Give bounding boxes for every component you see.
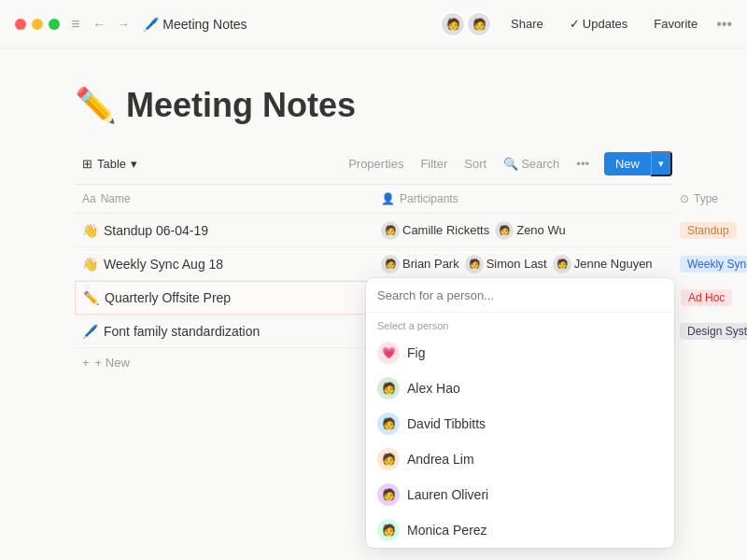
name-cell: 👋 Standup 06-04-19	[75, 214, 374, 246]
avatar: 🧑	[466, 11, 492, 37]
participant-avatar: 🧑	[381, 221, 400, 240]
avatar: 🧑	[440, 11, 466, 37]
plus-icon: +	[82, 356, 90, 370]
participant: 🧑 Camille Ricketts	[381, 221, 489, 240]
person-avatar: 🧑	[377, 413, 400, 435]
forward-button[interactable]: →	[113, 15, 134, 34]
row-icon: 🖊️	[82, 324, 98, 339]
new-button-group: New ▾	[604, 151, 672, 176]
person-option[interactable]: 🧑 Andrea Lim	[366, 441, 674, 477]
close-button[interactable]	[15, 19, 26, 30]
name-cell: 🖊️ Font family standardization	[75, 315, 374, 347]
share-button[interactable]: Share	[503, 13, 551, 35]
type-cell: Weekly Sync	[672, 247, 747, 280]
participants-cell: 🧑 Camille Ricketts 🧑 Zeno Wu	[374, 214, 672, 246]
avatar-group: 🧑 🧑	[440, 11, 492, 37]
main-content: ✏️ Meeting Notes ⊞ Table ▾ Properties Fi…	[0, 49, 747, 396]
chevron-down-icon: ▾	[131, 157, 137, 171]
sidebar-toggle-icon[interactable]: ≡	[71, 16, 79, 33]
type-cell: Standup	[672, 214, 747, 246]
person-avatar: 🧑	[377, 519, 400, 541]
table-row[interactable]: 👋 Weekly Sync Aug 18 🧑 Brian Park 🧑 Simo…	[75, 247, 672, 281]
participant-avatar: 🧑	[553, 255, 571, 273]
person-option[interactable]: 💗 Fig	[366, 335, 674, 371]
type-cell: Ad Hoc	[673, 282, 747, 314]
person-icon: 👤	[381, 192, 395, 205]
toolbar-actions: Properties Filter Sort 🔍 Search •••	[341, 153, 597, 175]
participant-avatar: 🧑	[495, 221, 514, 240]
col-header-name: Aa Name	[75, 189, 374, 209]
text-icon: Aa	[82, 192, 96, 205]
col-header-type: ⊙ Type	[672, 189, 747, 209]
search-button[interactable]: 🔍 Search	[496, 153, 567, 175]
person-picker-section-label: Select a person	[366, 313, 674, 335]
participant: 🧑 Brian Park	[381, 255, 459, 273]
page-title: Meeting Notes	[126, 86, 356, 125]
minimize-button[interactable]	[32, 19, 43, 30]
table-header: Aa Name 👤 Participants ⊙ Type	[75, 185, 672, 214]
page-heading: ✏️ Meeting Notes	[75, 86, 672, 125]
participant: 🧑 Jenne Nguyen	[553, 255, 653, 273]
more-toolbar-button[interactable]: •••	[569, 153, 597, 175]
type-badge: Standup	[680, 222, 737, 239]
col-header-participants: 👤 Participants	[374, 189, 672, 209]
sort-button[interactable]: Sort	[457, 153, 494, 175]
titlebar: ≡ ← → 🖊️ Meeting Notes 🧑 🧑 Share ✓ Updat…	[0, 0, 747, 49]
type-badge: Weekly Sync	[680, 256, 747, 273]
filter-button[interactable]: Filter	[413, 153, 455, 175]
person-option[interactable]: 🧑 Alex Hao	[366, 371, 674, 406]
page-icon: 🖊️	[143, 17, 159, 32]
participant-avatar: 🧑	[381, 255, 400, 273]
person-option[interactable]: 🧑 David Tibbitts	[366, 406, 674, 441]
table-icon: ⊞	[82, 157, 92, 171]
participant: 🧑 Zeno Wu	[495, 221, 566, 240]
type-icon: ⊙	[680, 192, 689, 205]
participant-avatar: 🧑	[465, 255, 484, 273]
row-icon: 👋	[82, 257, 98, 272]
search-icon: 🔍	[503, 157, 518, 171]
heading-icon: ✏️	[75, 86, 117, 125]
person-avatar: 🧑	[377, 448, 400, 470]
row-icon: ✏️	[83, 290, 99, 305]
new-button[interactable]: New	[604, 152, 651, 175]
participant: 🧑 Simon Last	[465, 255, 547, 273]
more-options-button[interactable]: •••	[716, 16, 732, 33]
properties-button[interactable]: Properties	[341, 153, 411, 175]
row-icon: 👋	[82, 223, 98, 238]
table-row[interactable]: 👋 Standup 06-04-19 🧑 Camille Ricketts 🧑 …	[75, 214, 672, 247]
participants-cell: 🧑 Brian Park 🧑 Simon Last 🧑 Jenne Nguyen	[374, 247, 672, 280]
person-avatar: 🧑	[377, 377, 400, 399]
person-search-input[interactable]	[377, 288, 663, 302]
name-cell: 👋 Weekly Sync Aug 18	[75, 247, 374, 280]
type-badge: Design Systems	[680, 323, 747, 340]
table-container: Aa Name 👤 Participants ⊙ Type 👋 Standup …	[75, 185, 672, 377]
nav-arrows: ← →	[89, 15, 134, 34]
type-badge: Ad Hoc	[681, 289, 732, 306]
view-toolbar: ⊞ Table ▾ Properties Filter Sort 🔍 Searc…	[75, 151, 672, 185]
traffic-lights	[15, 19, 60, 30]
favorite-button[interactable]: Favorite	[646, 13, 705, 35]
back-button[interactable]: ←	[89, 15, 109, 34]
type-cell: Design Systems	[672, 315, 747, 347]
person-picker-dropdown: Select a person 💗 Fig 🧑 Alex Hao 🧑 David…	[366, 278, 674, 548]
person-avatar: 💗	[377, 342, 400, 364]
breadcrumb-title: Meeting Notes	[162, 17, 247, 32]
person-picker-search-area	[366, 278, 674, 313]
table-view-button[interactable]: ⊞ Table ▾	[75, 153, 145, 175]
person-option[interactable]: 🧑 Monica Perez	[366, 512, 674, 548]
person-avatar: 🧑	[377, 483, 400, 506]
updates-button[interactable]: ✓ Updates	[562, 13, 635, 35]
new-dropdown-button[interactable]: ▾	[651, 151, 672, 176]
titlebar-actions: 🧑 🧑 Share ✓ Updates Favorite •••	[440, 11, 732, 37]
name-cell: ✏️ Quarterly Offsite Prep	[76, 282, 374, 314]
check-icon: ✓	[570, 17, 580, 31]
person-option[interactable]: 🧑 Lauren Oliveri	[366, 477, 674, 512]
fullscreen-button[interactable]	[49, 19, 60, 30]
